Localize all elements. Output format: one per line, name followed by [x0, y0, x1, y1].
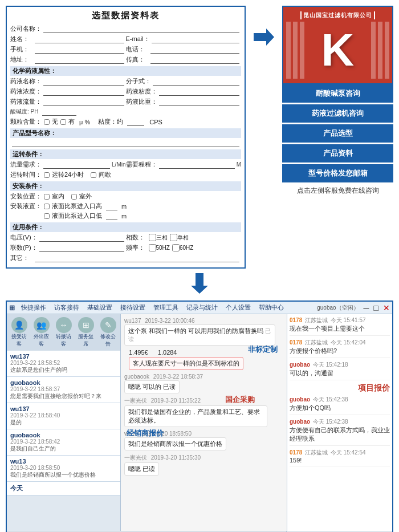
msg-highlight-text: 客人现在要尺寸一样的但是不到标准的 — [133, 360, 239, 367]
contact-4[interactable]: wu13 2019-3-20 18:58:50 我们是经销商所以报一个优惠价格 — [7, 456, 120, 482]
menu-btn-3[interactable]: 产品资料 — [282, 144, 393, 163]
toolbar-personal[interactable]: 个人设置 — [224, 303, 253, 312]
press-label: 液面比泵进入口低 — [52, 212, 102, 220]
chat-toolbar: ⊞ 快捷操作 访客接待 基础设置 接待设置 管理工具 记录与统计 个人设置 帮助… — [7, 302, 392, 314]
away-btn[interactable]: 👥 外出应客 — [31, 316, 52, 349]
form-cell-voltage: 电压(V)： — [10, 233, 126, 242]
company-line — [43, 25, 239, 33]
indoor-checkbox[interactable] — [44, 194, 50, 200]
press-checkbox[interactable] — [44, 213, 50, 219]
email-line — [152, 35, 239, 43]
m-label: M — [237, 161, 241, 168]
contact-4-name: wu13 — [10, 458, 117, 465]
accept-visitor-btn[interactable]: 👤 接受访客 — [9, 316, 30, 349]
right-region-0: 江苏盐城 — [305, 317, 328, 323]
has-checkbox[interactable] — [60, 119, 66, 125]
intermittent-checkbox[interactable] — [91, 172, 96, 178]
msg-sender-last: 一家光伏 — [124, 454, 147, 461]
phase2-line — [39, 244, 124, 252]
right-time-2: 今天 15:42:18 — [313, 362, 348, 368]
form-row-voltage: 电压(V)： 相数： 三相 单相 — [10, 233, 241, 242]
contact-0[interactable]: wu137 2019-3-22 18:58:52 这款系是您们生产的吗 — [7, 351, 120, 377]
chat-window: ⊞ 快捷操作 访客接待 基础设置 接待设置 管理工具 记录与统计 个人设置 帮助… — [6, 300, 393, 532]
menu-btn-4[interactable]: 型号价格发您邮箱 — [282, 164, 393, 182]
right-text-4: 方便便有自己的联系方式吗，我业业经理联系 — [290, 426, 390, 443]
price1: 1.495€ — [129, 349, 148, 356]
contact-0-msg: 这款系是您们生产的吗 — [10, 366, 113, 374]
toolbar-records[interactable]: 记录与统计 — [185, 303, 219, 312]
op24-checkbox[interactable] — [44, 172, 50, 178]
phone-line — [35, 46, 124, 54]
msg-bubble-dealer: 我们是经销商所以报一个优惠价格 — [124, 437, 226, 450]
price2: 1.0284 — [158, 349, 177, 356]
contact-5[interactable]: 今天 — [7, 482, 120, 496]
brand-logo: K — [321, 27, 355, 73]
menu-btn-0[interactable]: 耐酸碱泵咨询 — [282, 84, 393, 103]
toolbar-basic[interactable]: 基础设置 — [85, 303, 114, 312]
optime-label: 运转时间： — [10, 170, 42, 179]
company-label: 公司名称： — [10, 25, 42, 33]
mol-label: 分子式： — [126, 77, 151, 86]
ph-line — [42, 108, 76, 116]
form-row-ph: 酸碱度: PH — [10, 108, 241, 116]
msg-highlight-bubble: 客人现在要尺寸一样的但是不到标准的 — [129, 357, 243, 370]
form-cell-phase: 相数： 三相 单相 — [126, 233, 242, 242]
menu-btn-2[interactable]: 产品选型 — [282, 124, 393, 143]
none-checkbox[interactable] — [44, 119, 50, 125]
form-cell-fax: 传真： — [126, 55, 242, 64]
address-label: 地址： — [10, 55, 33, 64]
msg-bubble-last: 嗯嗯 已读 — [124, 462, 159, 476]
maximize-btn[interactable]: □ — [374, 303, 378, 312]
toolbar-receive[interactable]: 接待设置 — [119, 303, 147, 312]
contact-1[interactable]: guobaook 2019-3-22 18:58:37 您是需要我们直接给您报价… — [7, 377, 120, 403]
f60-checkbox[interactable] — [172, 244, 180, 251]
outdoor-checkbox[interactable] — [71, 194, 77, 200]
contact-3[interactable]: guobaook 2019-3-22 18:58:42 是我们自己生产的 — [7, 429, 120, 456]
right-time-3: 今天 15:42:38 — [313, 396, 348, 403]
close-btn[interactable]: ✕ — [383, 303, 390, 312]
form-cell-flow: 药液流量： — [10, 98, 126, 106]
tel-line — [150, 46, 240, 54]
f50-label: 50HZ — [156, 245, 170, 251]
menu-btn-1[interactable]: 药液过滤机咨询 — [282, 104, 393, 123]
suction-label: 液面比泵进入口高 — [52, 202, 102, 210]
msg-text-0: 这个泵 和我们一样的 可以用用我们的防腐替换吗 — [128, 327, 263, 334]
msg-sender-state: 一家光伏 — [124, 397, 147, 404]
f50-checkbox[interactable] — [149, 244, 156, 251]
annot-nonstandard: 非标定制 — [248, 344, 278, 355]
install-method-row: 安装液置： 液面比泵进入口高 m — [10, 202, 241, 210]
notice-btn[interactable]: ✎ 修改公告 — [97, 316, 119, 349]
suction-checkbox[interactable] — [44, 204, 50, 209]
msg-text-last: 嗯嗯 已读 — [128, 465, 155, 472]
msg-text-state: 我们都是做国有企业的，产品质量和工艺、要求必须达标。 — [128, 408, 260, 424]
minimize-btn[interactable]: ─ — [364, 303, 369, 312]
seat-btn[interactable]: ⊞ 服务坐席 — [75, 316, 96, 349]
form-row-name-email: 姓名： E-mail： — [10, 35, 241, 43]
chat-body: 👤 接受访客 👥 外出应客 ↔ 转接访客 ⊞ 服务坐席 ✎ 修改公告 — [7, 314, 392, 531]
form-cell-address: 地址： — [10, 55, 126, 64]
toolbar-help[interactable]: 帮助中心 — [257, 303, 286, 312]
chat-right-panel: 0178 江苏盐城 今天 15:41:57 现在我一个项目上需要这个 0178 … — [287, 314, 392, 531]
contact-2[interactable]: wu137 2019-3-22 18:58:40 是的 — [7, 403, 120, 429]
single-phase-checkbox[interactable] — [170, 234, 177, 241]
single-phase-label: 单相 — [177, 234, 189, 242]
msg-bubble-0: 这个泵 和我们一样的 可以用用我们的防腐替换吗 已读 — [124, 324, 275, 346]
three-phase-checkbox[interactable] — [149, 234, 156, 241]
right-msg-3: guobao 今天 15:42:38 方便加个QQ吗 — [290, 396, 390, 415]
toolbar-app-name: ⊞ — [9, 304, 15, 312]
toolbar-reception[interactable]: 访客接待 — [52, 303, 81, 312]
right-header-2: guobao 今天 15:42:18 — [290, 361, 390, 369]
right-text-1: 方便报个价格吗? — [290, 347, 390, 355]
form-row-phone-tel: 手机： 电话： — [10, 45, 241, 54]
transfer-btn[interactable]: ↔ 转接访客 — [53, 316, 74, 349]
f60-label: 60HZ — [180, 245, 193, 251]
toolbar-quickops[interactable]: 快捷操作 — [19, 303, 48, 312]
right-sender-2: guobao — [290, 362, 310, 368]
percent-label: μ % — [79, 119, 90, 125]
form-cell-phone: 手机： — [10, 45, 126, 54]
toolbar-manage[interactable]: 管理工具 — [152, 303, 180, 312]
address-line — [35, 56, 124, 64]
right-header-4: guobao 今天 15:42:38 — [290, 418, 390, 426]
away-icon: 👥 — [34, 317, 50, 333]
contact-1-name: guobaook — [10, 379, 117, 386]
